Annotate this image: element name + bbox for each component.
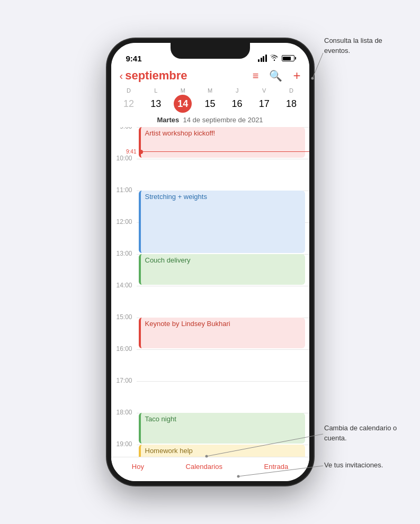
time-line-area — [137, 413, 309, 445]
day-name: Martes — [157, 116, 179, 124]
time-line-area — [137, 127, 309, 159]
status-icons — [258, 53, 294, 63]
time-line-area — [137, 159, 309, 191]
annotation-change-calendar: Cambia de calendario o cuenta. — [324, 423, 409, 444]
time-label: 14:00 — [111, 282, 137, 288]
battery-icon — [282, 55, 294, 61]
day-number[interactable]: 15 — [201, 95, 219, 113]
phone-frame: 9:41 — [107, 39, 314, 485]
day-letter: M — [208, 87, 212, 94]
tab-calendars[interactable]: Calendarios — [186, 463, 222, 471]
time-slot: 13:00 — [111, 254, 309, 286]
annotation-invitations: Ve tus invitaciones. — [324, 460, 383, 471]
day-letter: L — [154, 87, 157, 94]
time-slot: 9:00 — [111, 127, 309, 159]
day-letter: D — [289, 87, 293, 94]
phone-inner: 9:41 — [111, 43, 309, 481]
time-slot: 17:00 — [111, 381, 309, 413]
day-number[interactable]: 14 — [174, 95, 192, 113]
day-number[interactable]: 13 — [147, 95, 165, 113]
time-line-area — [137, 254, 309, 286]
time-line-area — [137, 191, 309, 222]
annotation-events-list: Consulta la lista de eventos. — [324, 36, 409, 56]
time-slot: 14:00 — [111, 286, 309, 318]
day-letter: D — [127, 87, 131, 94]
status-time: 9:41 — [126, 54, 142, 63]
notch — [171, 43, 250, 59]
time-label: 13:00 — [111, 250, 137, 257]
signal-icon — [258, 55, 267, 62]
day-col[interactable]: M14 — [169, 87, 196, 115]
search-button[interactable]: 🔍 — [269, 69, 282, 82]
day-letter: M — [181, 87, 185, 94]
date-subtitle: Martes 14 de septiembre de 2021 — [111, 115, 309, 127]
week-strip: D12L13M14M15J16V17D18 — [111, 87, 309, 115]
add-event-button[interactable]: + — [293, 68, 300, 83]
day-col[interactable]: V17 — [251, 87, 278, 115]
time-label: 9:00 — [111, 127, 137, 130]
day-col[interactable]: M15 — [196, 87, 224, 115]
time-label: 16:00 — [111, 346, 137, 352]
tab-bar: Hoy Calendarios Entrada — [111, 457, 309, 481]
time-slot: 15:00 — [111, 318, 309, 349]
tab-today[interactable]: Hoy — [132, 463, 144, 471]
day-col[interactable]: D18 — [278, 87, 305, 115]
time-label: 15:00 — [111, 314, 137, 320]
day-col[interactable]: D12 — [115, 87, 142, 115]
time-slot: 10:00 — [111, 159, 309, 191]
day-number[interactable]: 18 — [282, 95, 300, 113]
time-line-area — [137, 222, 309, 254]
time-line-area — [137, 445, 309, 457]
time-line-area — [137, 381, 309, 413]
wifi-icon — [270, 53, 279, 63]
day-letter: V — [262, 87, 266, 94]
day-number[interactable]: 16 — [228, 95, 246, 113]
svg-line-0 — [312, 53, 323, 78]
back-button[interactable]: ‹ — [120, 70, 123, 82]
month-nav[interactable]: ‹ septiembre — [120, 69, 187, 83]
time-label: 17:00 — [111, 377, 137, 384]
day-col[interactable]: J16 — [224, 87, 251, 115]
day-number[interactable]: 12 — [120, 95, 138, 113]
time-label: 18:00 — [111, 409, 137, 415]
full-date: 14 de septiembre de 2021 — [183, 116, 263, 124]
time-label: 12:00 — [111, 219, 137, 225]
day-letter: J — [236, 87, 239, 94]
time-label: 10:00 — [111, 155, 137, 161]
calendar-header: ‹ septiembre ≡ 🔍 + — [111, 68, 309, 87]
timeline[interactable]: 9:0010:0011:0012:0013:0014:0015:0016:001… — [111, 127, 309, 457]
month-label: septiembre — [125, 69, 187, 83]
time-line-area — [137, 349, 309, 381]
time-slot: 16:00 — [111, 349, 309, 381]
day-col[interactable]: L13 — [142, 87, 169, 115]
calendar-actions: ≡ 🔍 + — [253, 68, 301, 83]
time-label: 19:00 — [111, 441, 137, 447]
time-slot: 19:00 — [111, 445, 309, 457]
day-number[interactable]: 17 — [255, 95, 273, 113]
time-line-area — [137, 286, 309, 318]
time-slot: 12:00 — [111, 222, 309, 254]
time-slot: 18:00 — [111, 413, 309, 445]
time-slot: 11:00 — [111, 191, 309, 222]
time-label: 11:00 — [111, 187, 137, 193]
tab-inbox[interactable]: Entrada — [264, 463, 289, 471]
time-line-area — [137, 318, 309, 349]
list-view-button[interactable]: ≡ — [253, 70, 259, 82]
